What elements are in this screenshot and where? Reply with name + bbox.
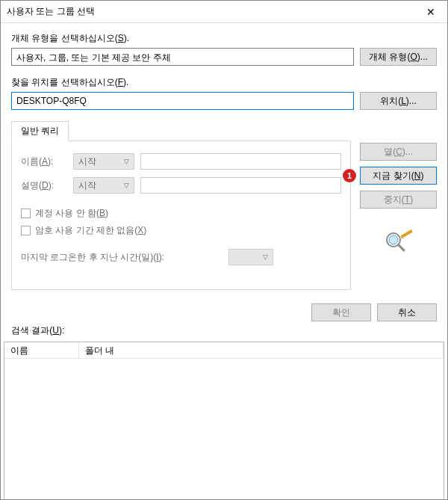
description-match-value: 시작 [78,179,96,192]
chevron-down-icon: ▽ [124,158,129,165]
close-icon: ✕ [426,6,435,18]
search-results-list[interactable]: 이름 폴더 내 [4,342,444,500]
object-types-button[interactable]: 개체 유형(O)... [360,48,437,66]
svg-line-2 [399,245,404,250]
cancel-button[interactable]: 취소 [377,303,437,321]
name-match-value: 시작 [78,155,96,168]
window-title: 사용자 또는 그룹 선택 [7,5,414,18]
nonexpiring-password-label: 암호 사용 기간 제한 없음(X) [35,224,146,237]
last-login-combo[interactable]: ▽ [228,249,273,265]
description-label: 설명(D): [21,179,67,192]
callout-badge: 1 [343,169,356,182]
last-login-label: 마지막 로그온한 후 지난 시간(일)(I): [21,251,164,264]
description-input[interactable] [140,177,341,194]
disabled-accounts-label: 계정 사용 안 함(B) [35,207,108,220]
name-match-combo[interactable]: 시작 ▽ [73,153,134,170]
name-label: 이름(A): [21,155,67,168]
svg-point-1 [389,235,398,244]
chevron-down-icon: ▽ [263,253,268,261]
object-type-field[interactable]: 사용자, 그룹, 또는 기본 제공 보안 주체 [11,48,354,66]
tab-common-queries[interactable]: 일반 쿼리 [11,121,69,141]
search-results-label: 검색 결과(U): [1,324,447,342]
name-input[interactable] [140,153,341,170]
location-field[interactable]: DESKTOP-Q8FQ [11,92,354,110]
columns-button[interactable]: 열(C)... [360,143,437,161]
description-match-combo[interactable]: 시작 ▽ [73,177,134,194]
svg-rect-3 [401,229,413,238]
ok-button[interactable]: 확인 [311,303,371,321]
column-header-name[interactable]: 이름 [4,342,79,358]
locations-button[interactable]: 위치(L)... [360,92,437,110]
close-button[interactable]: ✕ [414,1,447,23]
location-label: 찾을 위치를 선택하십시오(F). [11,76,437,89]
column-header-folder[interactable]: 폴더 내 [79,342,444,358]
nonexpiring-password-checkbox[interactable] [21,226,31,235]
chevron-down-icon: ▽ [124,182,129,189]
query-tab-panel: 일반 쿼리 이름(A): 시작 ▽ 설명(D): 시작 ▽ [11,120,351,290]
find-now-button[interactable]: 1 지금 찾기(N) [360,167,437,185]
object-type-label: 개체 유형을 선택하십시오(S). [11,32,437,45]
results-header: 이름 폴더 내 [4,342,444,359]
stop-button[interactable]: 중지(T) [360,191,437,209]
titlebar: 사용자 또는 그룹 선택 ✕ [1,1,447,23]
magnifier-pen-icon [383,229,414,253]
disabled-accounts-checkbox[interactable] [21,209,31,218]
